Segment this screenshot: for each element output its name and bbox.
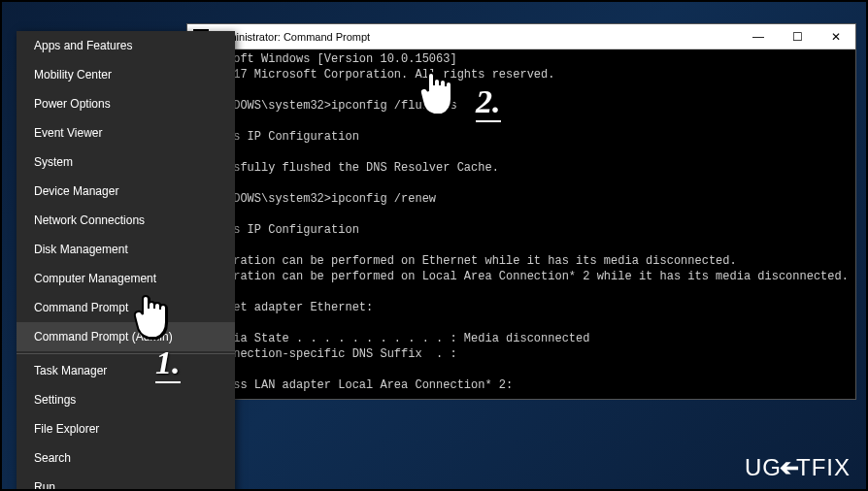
annotation-one: 1. [155, 346, 181, 383]
menu-item-mobility-center[interactable]: Mobility Center [17, 60, 235, 89]
window-titlebar[interactable]: C:\ Administrator: Command Prompt — ☐ ✕ [187, 24, 855, 49]
menu-item-power-options[interactable]: Power Options [17, 89, 235, 118]
winx-context-menu: Apps and FeaturesMobility CenterPower Op… [17, 31, 235, 491]
menu-separator [17, 353, 235, 354]
menu-item-network-connections[interactable]: Network Connections [17, 206, 235, 235]
console-output[interactable]: Microsoft Windows [Version 10.0.15063] (… [187, 49, 855, 399]
watermark-prefix: UG [745, 454, 782, 481]
menu-item-search[interactable]: Search [17, 443, 235, 473]
menu-item-command-prompt-admin-[interactable]: Command Prompt (Admin) [17, 322, 235, 351]
menu-item-run[interactable]: Run [17, 473, 235, 491]
menu-item-apps-and-features[interactable]: Apps and Features [17, 31, 235, 60]
maximize-button[interactable]: ☐ [778, 24, 817, 49]
menu-item-system[interactable]: System [17, 147, 235, 177]
annotation-two: 2. [476, 85, 501, 122]
menu-item-event-viewer[interactable]: Event Viewer [17, 118, 235, 147]
menu-item-file-explorer[interactable]: File Explorer [17, 414, 235, 443]
close-button[interactable]: ✕ [817, 24, 855, 49]
menu-item-computer-management[interactable]: Computer Management [17, 264, 235, 293]
menu-item-device-manager[interactable]: Device Manager [17, 177, 235, 206]
watermark-logo: UG➔TFIX [745, 454, 851, 481]
menu-item-disk-management[interactable]: Disk Management [17, 235, 235, 264]
minimize-button[interactable]: — [739, 24, 778, 49]
arrow-icon: ➔ [779, 454, 799, 481]
menu-item-command-prompt[interactable]: Command Prompt [17, 293, 235, 322]
watermark-suffix: TFIX [796, 454, 851, 481]
command-prompt-window: C:\ Administrator: Command Prompt — ☐ ✕ … [186, 23, 856, 400]
menu-item-task-manager[interactable]: Task Manager [17, 356, 235, 385]
menu-item-settings[interactable]: Settings [17, 385, 235, 414]
window-title: Administrator: Command Prompt [215, 31, 739, 43]
